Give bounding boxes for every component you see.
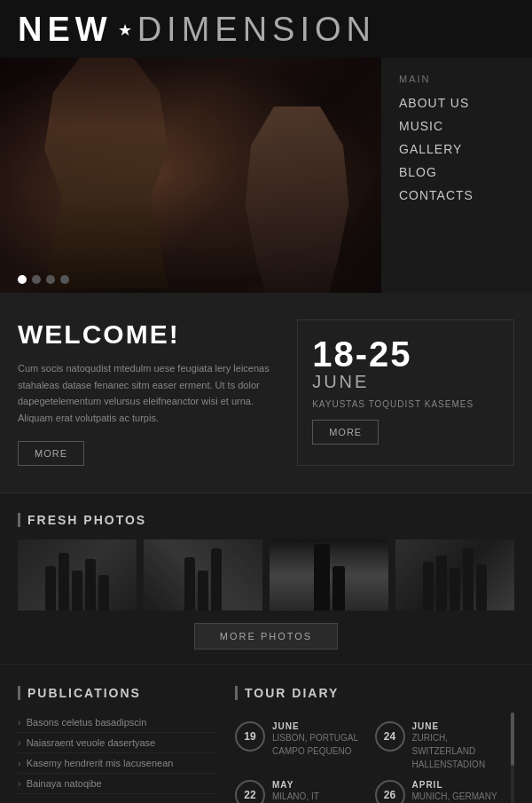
header: NEW ★ DIMENSION [0,0,532,58]
sil [45,566,56,610]
tour-grid: 19 JUNE LISBON, PORTUGALCAMPO PEQUENO 24… [235,721,505,803]
photos-grid [18,539,514,610]
tour-item-2: 24 JUNE ZURICH, SWITZERLANDHALLENSTADION [375,721,506,771]
slide-dot-3[interactable] [46,275,55,284]
event-date-range: 18-25 [312,336,411,372]
photo-sil-2 [144,539,262,610]
pub-item-1[interactable]: Basons celetus basadipscin [18,712,217,733]
nav-main-label: MAIN [399,74,514,84]
tour-info-3: MAY MILANO, ITMEDIOLANUM FORUM [272,780,366,803]
sil [59,553,69,610]
photo-thumb-2[interactable] [144,539,262,610]
slide-dot-1[interactable] [18,275,27,284]
sil [72,571,82,610]
welcome-section: WELCOME! Cum socis natoqudist mtedulm ue… [0,293,532,493]
slide-dot-4[interactable] [60,275,69,284]
tour-date-22: 22 [235,780,265,803]
nav-item-gallery[interactable]: GALLERY [399,138,514,161]
more-photos-button[interactable]: MORE PHOTOS [194,623,338,649]
photo-thumb-3[interactable] [270,539,388,610]
pub-item-4[interactable]: Bainaya natoqibe [18,774,217,794]
photos-section: FRESH PHOTOS [0,493,532,664]
hero-bg [0,58,381,293]
welcome-left: WELCOME! Cum socis natoqudist mtedulm ue… [18,319,279,466]
event-more-button[interactable]: MORE [312,420,379,445]
publications-section: PUBLICATIONS Basons celetus basadipscin … [18,686,217,803]
publications-list: Basons celetus basadipscin Naiasraent ve… [18,712,217,794]
logo-star: ★ [118,20,132,40]
tour-date-19: 19 [235,721,265,752]
tour-location-3: MILANO, ITMEDIOLANUM FORUM [272,790,366,803]
lower-section: PUBLICATIONS Basons celetus basadipscin … [0,664,532,803]
sil [184,557,195,610]
tour-date-26: 26 [375,780,405,803]
photo-sil-3 [270,539,388,610]
logo-dimension: DIMENSION [137,11,376,49]
photo-sil-4 [395,539,514,610]
tour-diary-section: TOUR DIARY 19 JUNE LISBON, PORTUGALCAMPO… [235,686,514,803]
tour-scrollbar-thumb [511,712,514,766]
hero-section: MAIN ABOUT US MUSIC GALLERY BLOG CONTACT… [0,58,532,293]
sil [476,564,487,610]
publications-title: PUBLICATIONS [18,686,217,700]
tour-location-1: LISBON, PORTUGALCAMPO PEQUENO [272,731,366,758]
photo-thumb-1[interactable] [18,539,137,610]
welcome-event: 18-25 JUNE KAYUSTAS TOQUDIST KASEMES MOR… [297,319,514,466]
slide-dot-2[interactable] [32,275,41,284]
nav-item-music[interactable]: MUSIC [399,114,514,138]
tour-info-4: APRIL MUNICH, GERMANYZENITH [412,780,506,803]
nav-item-blog[interactable]: BLOG [399,161,514,184]
tour-date-24: 24 [375,721,405,752]
sil [450,568,460,610]
tour-info-1: JUNE LISBON, PORTUGALCAMPO PEQUENO [272,721,366,758]
hero-navigation: MAIN ABOUT US MUSIC GALLERY BLOG CONTACT… [381,58,532,293]
photos-section-title: FRESH PHOTOS [18,513,514,527]
sil [198,571,208,610]
sil [463,548,473,610]
sil [85,559,96,610]
nav-item-about[interactable]: ABOUT US [399,91,514,114]
sil [211,548,222,610]
photo-sil-1 [18,539,137,610]
tour-location-2: ZURICH, SWITZERLANDHALLENSTADION [412,731,506,771]
hero-image [0,58,381,293]
sil [423,562,434,610]
sil [314,544,330,610]
tour-month-3: MAY [272,780,366,790]
sil [332,566,345,610]
tour-diary-title: TOUR DIARY [235,686,514,700]
tour-month-1: JUNE [272,721,366,731]
tour-location-4: MUNICH, GERMANYZENITH [412,790,506,803]
tour-item-3: 22 MAY MILANO, ITMEDIOLANUM FORUM [235,780,366,803]
sil [436,555,447,610]
welcome-more-button[interactable]: MORE [18,441,84,466]
tour-item-1: 19 JUNE LISBON, PORTUGALCAMPO PEQUENO [235,721,366,771]
welcome-text: Cum socis natoqudist mtedulm uese feugia… [18,360,279,427]
event-month: JUNE [312,372,369,392]
tour-scrollbar[interactable] [511,712,514,803]
photo-thumb-4[interactable] [395,539,514,610]
tour-wrapper: 19 JUNE LISBON, PORTUGALCAMPO PEQUENO 24… [235,712,514,803]
sil [98,575,109,610]
welcome-title: WELCOME! [18,319,279,350]
tour-month-4: APRIL [412,780,506,790]
tour-info-2: JUNE ZURICH, SWITZERLANDHALLENSTADION [412,721,506,771]
tour-month-2: JUNE [412,721,506,731]
hero-dots [18,275,69,284]
logo-new: NEW [18,11,113,49]
pub-item-3[interactable]: Kasemy hendrerit mis lacusenean [18,753,217,774]
tour-item-4: 26 APRIL MUNICH, GERMANYZENITH [375,780,506,803]
more-photos-wrapper: MORE PHOTOS [18,623,514,649]
pub-item-2[interactable]: Naiasraent veuole dasertyase [18,733,217,753]
event-subtitle: KAYUSTAS TOQUDIST KASEMES [312,399,473,409]
nav-item-contacts[interactable]: CONTACTS [399,184,514,207]
